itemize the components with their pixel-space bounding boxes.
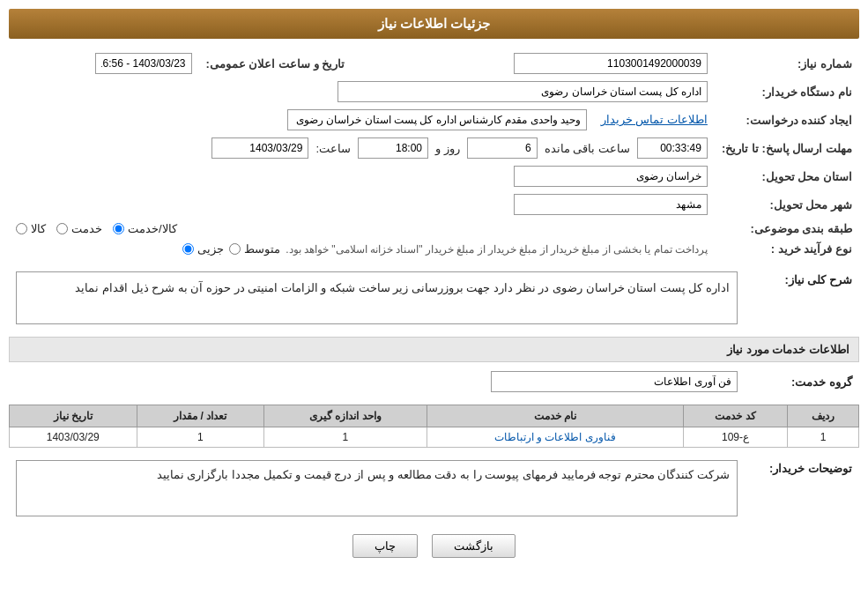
- radio-jozii-input[interactable]: [182, 243, 194, 255]
- col-name: نام خدمت: [427, 405, 683, 427]
- radio-kala-khedmat-input[interactable]: [113, 223, 124, 234]
- radio-motavasset-input[interactable]: [229, 243, 241, 255]
- cell-unit: 1: [263, 427, 427, 448]
- page-title: جزئیات اطلاعات نیاز: [378, 16, 490, 31]
- services-table-header-row: ردیف کد خدمت نام خدمت واحد اندازه گیری ت…: [10, 405, 859, 427]
- deadline-time-input[interactable]: [358, 137, 428, 159]
- city-input[interactable]: [514, 194, 708, 215]
- deadline-label: مهلت ارسال پاسخ: تا تاریخ:: [715, 134, 859, 162]
- print-button[interactable]: چاپ: [352, 534, 418, 558]
- row-buyer-org: نام دستگاه خریدار:: [9, 78, 859, 106]
- row-service-group: گروه خدمت:: [9, 368, 859, 396]
- radio-kala-input[interactable]: [16, 223, 27, 234]
- announce-date-label: تاریخ و ساعت اعلان عمومی:: [199, 49, 360, 78]
- need-number-value: [359, 49, 715, 78]
- radio-kala-khedmat-label: کالا/خدمت: [128, 222, 177, 235]
- purchase-type-note: پرداخت تمام یا بخشی از مبلغ خریدار از مب…: [286, 243, 708, 256]
- requester-label: ایجاد کننده درخواست:: [715, 106, 859, 134]
- need-desc-content: اداره کل پست استان خراسان رضوی در نظر دا…: [9, 268, 745, 328]
- row-deadline: مهلت ارسال پاسخ: تا تاریخ: ساعت باقی مان…: [9, 134, 859, 162]
- buyer-notes-box: شرکت کنندگان محترم توجه فرمایید فرمهای پ…: [16, 460, 738, 516]
- service-group-value: [9, 368, 745, 396]
- buyer-org-label: نام دستگاه خریدار:: [715, 78, 859, 106]
- radio-khedmat[interactable]: خدمت: [56, 222, 102, 235]
- cell-qty: 1: [137, 427, 263, 448]
- requester-row: اطلاعات تماس خریدار: [9, 106, 715, 134]
- col-code: کد خدمت: [683, 405, 788, 427]
- radio-khedmat-label: خدمت: [71, 222, 102, 235]
- buyer-notes-text: شرکت کنندگان محترم توجه فرمایید فرمهای پ…: [157, 468, 730, 481]
- category-label: طبقه بندی موضوعی:: [715, 219, 859, 239]
- contact-link[interactable]: اطلاعات تماس خریدار: [601, 113, 708, 126]
- deadline-days-input[interactable]: [467, 137, 538, 159]
- city-value: [9, 190, 715, 219]
- radio-motavasset[interactable]: متوسط: [229, 242, 280, 256]
- col-row: ردیف: [788, 405, 859, 427]
- col-date: تاریخ نیاز: [10, 405, 137, 427]
- row-requester: ایجاد کننده درخواست: اطلاعات تماس خریدار: [9, 106, 859, 134]
- purchase-type-label: نوع فرآیند خرید :: [715, 239, 859, 259]
- row-category: طبقه بندی موضوعی: کالا/خدمت خدمت کالا: [9, 219, 859, 239]
- col-qty: تعداد / مقدار: [137, 405, 263, 427]
- need-number-input[interactable]: [514, 53, 708, 74]
- need-desc-table: شرح کلی نیاز: اداره کل پست استان خراسان …: [9, 268, 859, 328]
- radio-khedmat-input[interactable]: [56, 223, 68, 234]
- services-table: ردیف کد خدمت نام خدمت واحد اندازه گیری ت…: [9, 405, 859, 448]
- buyer-notes-label: توضیحات خریدار:: [745, 457, 859, 520]
- page-wrapper: جزئیات اطلاعات نیاز شماره نیاز: تاریخ و …: [0, 0, 868, 609]
- back-button[interactable]: بازگشت: [432, 534, 516, 558]
- radio-jozii-label: جزیی: [197, 242, 224, 256]
- city-label: شهر محل تحویل:: [715, 190, 859, 219]
- category-radios: کالا/خدمت خدمت کالا: [9, 219, 715, 239]
- radio-kala[interactable]: کالا: [16, 222, 46, 235]
- announce-date-value: [9, 49, 199, 78]
- row-city: شهر محل تحویل:: [9, 190, 859, 219]
- province-input[interactable]: [514, 166, 708, 187]
- buyer-notes-content: شرکت کنندگان محترم توجه فرمایید فرمهای پ…: [9, 457, 745, 520]
- page-header: جزئیات اطلاعات نیاز: [9, 9, 859, 39]
- need-desc-label: شرح کلی نیاز:: [745, 268, 859, 328]
- radio-kala-khedmat[interactable]: کالا/خدمت: [113, 222, 177, 235]
- need-number-label: شماره نیاز:: [715, 49, 859, 78]
- radio-kala-label: کالا: [31, 222, 46, 235]
- deadline-remain-input[interactable]: [637, 137, 708, 159]
- cell-name[interactable]: فناوری اطلاعات و ارتباطات: [427, 427, 683, 448]
- services-section-header: اطلاعات خدمات مورد نیاز: [9, 337, 859, 362]
- row-need-number: شماره نیاز: تاریخ و ساعت اعلان عمومی:: [9, 49, 859, 78]
- service-group-table: گروه خدمت:: [9, 368, 859, 396]
- radio-jozii[interactable]: جزیی: [182, 242, 224, 256]
- need-desc-box: اداره کل پست استان خراسان رضوی در نظر دا…: [16, 271, 738, 324]
- buyer-notes-table: توضیحات خریدار: شرکت کنندگان محترم توجه …: [9, 457, 859, 520]
- announce-date-input[interactable]: [95, 53, 192, 74]
- cell-code: ع-109: [683, 427, 788, 448]
- service-group-label: گروه خدمت:: [745, 368, 859, 396]
- service-group-input[interactable]: [491, 371, 738, 392]
- info-table: شماره نیاز: تاریخ و ساعت اعلان عمومی: نا…: [9, 49, 859, 259]
- requester-input[interactable]: [287, 109, 587, 130]
- cell-row: 1: [788, 427, 859, 448]
- deadline-remain-label: ساعت باقی مانده: [545, 142, 630, 155]
- row-province: استان محل تحویل:: [9, 162, 859, 190]
- buyer-org-value: [9, 78, 715, 106]
- deadline-days-label: روز و: [435, 142, 460, 155]
- cell-date: 1403/03/29: [10, 427, 137, 448]
- buyer-org-input[interactable]: [338, 81, 708, 102]
- buyer-notes-section: توضیحات خریدار: شرکت کنندگان محترم توجه …: [9, 457, 859, 520]
- deadline-row: ساعت باقی مانده روز و ساعت:: [9, 134, 715, 162]
- row-purchase-type: نوع فرآیند خرید : پرداخت تمام یا بخشی از…: [9, 239, 859, 259]
- col-unit: واحد اندازه گیری: [263, 405, 427, 427]
- purchase-type-row: پرداخت تمام یا بخشی از مبلغ خریدار از مب…: [9, 239, 715, 259]
- radio-motavasset-label: متوسط: [244, 242, 280, 256]
- province-label: استان محل تحویل:: [715, 162, 859, 190]
- province-value: [9, 162, 715, 190]
- deadline-time-label: ساعت:: [315, 142, 351, 155]
- row-buyer-notes: توضیحات خریدار: شرکت کنندگان محترم توجه …: [9, 457, 859, 520]
- table-row: 1ع-109فناوری اطلاعات و ارتباطات111403/03…: [10, 427, 859, 448]
- action-buttons: بازگشت چاپ: [9, 534, 859, 558]
- row-need-desc: شرح کلی نیاز: اداره کل پست استان خراسان …: [9, 268, 859, 328]
- need-desc-text: اداره کل پست استان خراسان رضوی در نظر دا…: [75, 281, 730, 294]
- deadline-date-input[interactable]: [211, 137, 308, 159]
